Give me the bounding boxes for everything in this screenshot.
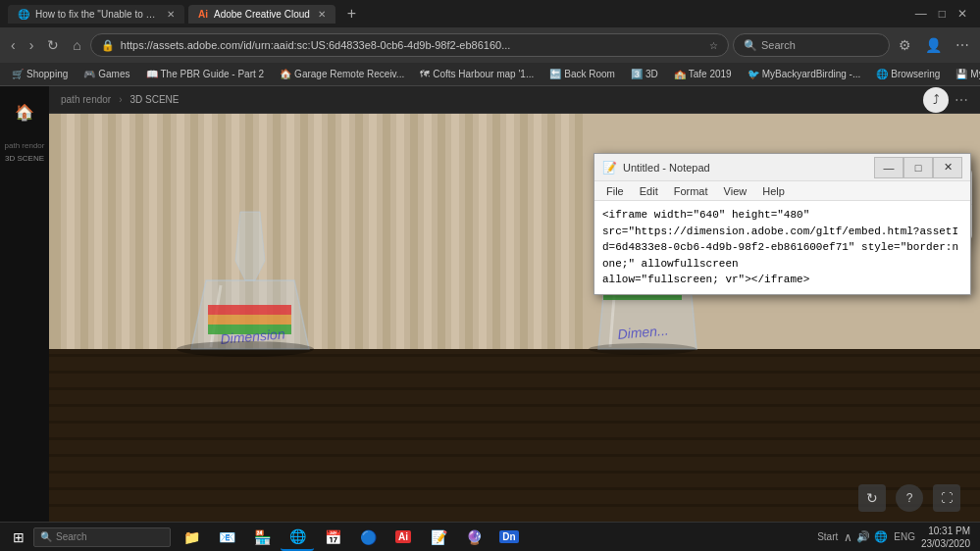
taskbar-calendar[interactable]: 📅	[316, 524, 349, 551]
tab-2[interactable]: Ai Adobe Creative Cloud ✕	[188, 5, 335, 24]
svg-rect-28	[424, 114, 432, 359]
bookmark-games[interactable]: 🎮 Games	[79, 68, 133, 80]
sidebar-icon-home[interactable]: 🏠	[7, 94, 42, 129]
taskbar-edge[interactable]: 🔵	[351, 524, 385, 551]
svg-rect-5	[108, 114, 116, 359]
taskbar-search[interactable]: 🔍 Search	[33, 527, 171, 547]
share-button[interactable]: ⤴	[923, 87, 949, 113]
notepad-content[interactable]: <iframe width="640" height="480" src="ht…	[594, 201, 970, 294]
breadcrumb-path: path rendor	[61, 94, 111, 105]
bookmark-birds[interactable]: 🐦 MyBackyardBirding -...	[744, 68, 865, 80]
bookmark-pbr[interactable]: 📖 The PBR Guide - Part 2	[142, 68, 269, 80]
refresh-scene-button[interactable]: ↻	[858, 484, 886, 512]
maximize-button[interactable]: □	[934, 5, 951, 23]
taskbar-notepad[interactable]: 📝	[422, 524, 455, 551]
taskbar-search-text: Search	[56, 531, 87, 542]
bookmark-browsering[interactable]: 🌐 Browsering	[872, 68, 944, 80]
taskbar-store[interactable]: 🏪	[245, 524, 279, 551]
add-tab-button[interactable]: +	[339, 5, 364, 23]
tab2-label: Adobe Creative Cloud	[214, 9, 310, 20]
bookmark-cofts[interactable]: 🗺 Cofts Harbour map '1...	[416, 68, 538, 80]
taskbar-clock[interactable]: 10:31 PM 23/03/2020	[921, 525, 970, 550]
bookmark-tafe[interactable]: 🏫 Tafe 2019	[670, 68, 736, 80]
notepad-window: 📝 Untitled - Notepad — □ ✕ File Edit For…	[593, 153, 971, 295]
notepad-window-controls: — □ ✕	[874, 157, 962, 178]
svg-rect-6	[122, 114, 129, 359]
tab2-close[interactable]: ✕	[318, 9, 326, 20]
notepad-menu-help[interactable]: Help	[754, 183, 793, 199]
svg-rect-53	[208, 315, 291, 325]
taskbar-speaker-icon[interactable]: 🔊	[856, 530, 870, 543]
tab1-close[interactable]: ✕	[167, 9, 175, 20]
taskbar-browser[interactable]: 🌐	[281, 524, 314, 551]
canvas-area: Dimension Dimen... ↻ ? ⛶	[49, 114, 980, 522]
taskbar-search-icon: 🔍	[40, 531, 52, 542]
forward-button[interactable]: ›	[25, 35, 39, 55]
tab2-favicon: Ai	[198, 9, 208, 20]
bookmark-garage[interactable]: 🏠 Garage Remote Receiv...	[276, 68, 408, 80]
taskbar-date: 23/03/2020	[921, 537, 970, 550]
sidebar-scene-label: 3D SCENE	[5, 154, 45, 163]
svg-rect-24	[369, 114, 377, 359]
notepad-close-button[interactable]: ✕	[933, 157, 962, 178]
taskbar-network-icon[interactable]: 🌐	[874, 530, 888, 543]
breadcrumb-scene: 3D SCENE	[130, 94, 180, 105]
svg-rect-52	[208, 305, 291, 315]
svg-rect-20	[314, 114, 322, 359]
taskbar-language: ENG	[894, 531, 915, 542]
notepad-minimize-button[interactable]: —	[874, 157, 903, 178]
taskbar: ⊞ 🔍 Search 📁 📧 🏪 🌐 📅 🔵 Ai 📝 🔮 Dn Start ∧…	[0, 522, 980, 551]
app-area: 🏠 path rendor 3D SCENE path rendor › 3D …	[0, 86, 980, 522]
svg-rect-35	[520, 114, 528, 359]
svg-rect-46	[49, 437, 980, 440]
top-bar-actions: ⤴ ⋯	[923, 87, 968, 113]
tab-1[interactable]: 🌐 How to fix the "Unable to publ... ✕	[8, 5, 184, 24]
url-text: https://assets.adobe.com/id/urn:aaid:sc:…	[121, 39, 703, 51]
menu-button[interactable]: ⋯	[951, 35, 974, 55]
svg-rect-1	[49, 114, 61, 359]
more-options-button[interactable]: ⋯	[954, 92, 968, 108]
extensions-button[interactable]: ⚙	[894, 35, 916, 55]
home-button[interactable]: ⌂	[68, 35, 85, 55]
taskbar-programs[interactable]: Start	[817, 531, 838, 542]
tab1-label: How to fix the "Unable to publ...	[35, 9, 159, 20]
notepad-menu-format[interactable]: Format	[666, 183, 716, 199]
help-button[interactable]: ?	[896, 484, 923, 512]
taskbar-dimension[interactable]: Dn	[492, 524, 526, 551]
top-bar-left: path rendor › 3D SCENE	[61, 94, 180, 105]
sidebar: 🏠 path rendor 3D SCENE	[0, 86, 49, 522]
notepad-menu-file[interactable]: File	[598, 183, 632, 199]
svg-rect-27	[410, 114, 418, 359]
minimize-button[interactable]: —	[910, 5, 932, 23]
taskbar-up-arrow[interactable]: ∧	[844, 530, 852, 544]
close-button[interactable]: ✕	[953, 5, 972, 23]
notepad-maximize-button[interactable]: □	[903, 157, 933, 178]
notepad-title-text: Untitled - Notepad	[623, 162, 874, 174]
search-box[interactable]: 🔍 Search	[733, 33, 890, 57]
bookmark-backroom[interactable]: 🔙 Back Room	[545, 68, 619, 80]
window-controls: — □ ✕	[910, 5, 972, 23]
address-bar[interactable]: 🔒 https://assets.adobe.com/id/urn:aaid:s…	[90, 33, 729, 57]
svg-rect-42	[49, 371, 980, 374]
taskbar-blender[interactable]: 🔮	[457, 524, 490, 551]
start-button[interactable]: ⊞	[4, 525, 33, 550]
taskbar-adobe-cc[interactable]: Ai	[387, 524, 420, 551]
bookmark-3d[interactable]: 3️⃣ 3D	[627, 68, 662, 80]
bookmark-drive[interactable]: 💾 My Drive	[952, 68, 980, 80]
svg-rect-3	[80, 114, 88, 359]
svg-rect-21	[328, 114, 335, 359]
taskbar-file-explorer[interactable]: 📁	[175, 524, 208, 551]
svg-rect-37	[547, 114, 555, 359]
refresh-button[interactable]: ↻	[42, 35, 64, 55]
search-placeholder: Search	[761, 39, 796, 51]
sidebar-section: path rendor 3D SCENE	[5, 141, 45, 163]
notepad-menu-edit[interactable]: Edit	[632, 183, 666, 199]
notepad-menu-view[interactable]: View	[716, 183, 755, 199]
back-button[interactable]: ‹	[6, 35, 21, 55]
bookmark-shopping[interactable]: 🛒 Shopping	[8, 68, 72, 80]
svg-rect-9	[163, 114, 171, 359]
profile-button[interactable]: 👤	[920, 35, 947, 55]
fullscreen-button[interactable]: ⛶	[933, 484, 960, 512]
taskbar-mail[interactable]: 📧	[210, 524, 243, 551]
title-bar: 🌐 How to fix the "Unable to publ... ✕ Ai…	[0, 0, 980, 27]
